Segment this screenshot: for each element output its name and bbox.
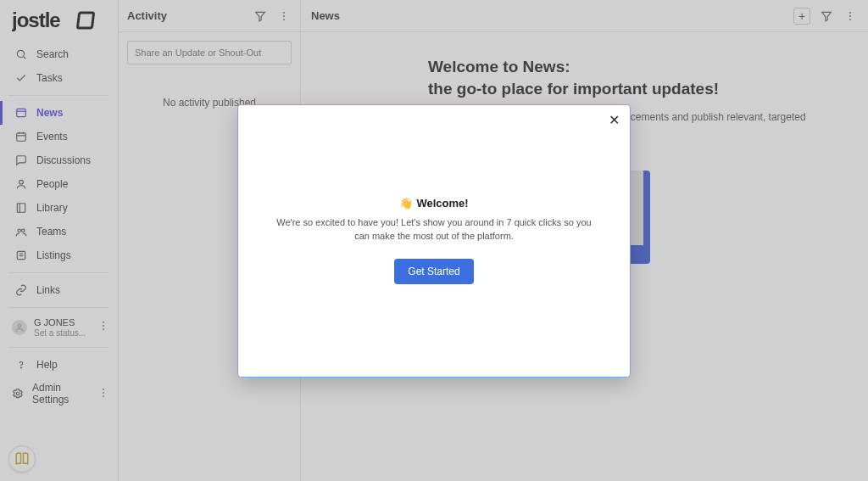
wave-icon: 👋 (399, 197, 413, 210)
close-icon[interactable]: ✕ (609, 114, 620, 127)
modal-overlay[interactable]: ✕ 👋 Welcome! We're so excited to have yo… (0, 0, 868, 481)
modal-title: 👋 Welcome! (399, 197, 468, 210)
app-root: jostle Search Tasks News Events (0, 0, 868, 481)
modal-title-text: Welcome! (416, 197, 468, 210)
get-started-button[interactable]: Get Started (394, 259, 473, 284)
welcome-modal: ✕ 👋 Welcome! We're so excited to have yo… (237, 104, 631, 378)
modal-body-text: We're so excited to have you! Let's show… (273, 216, 595, 243)
